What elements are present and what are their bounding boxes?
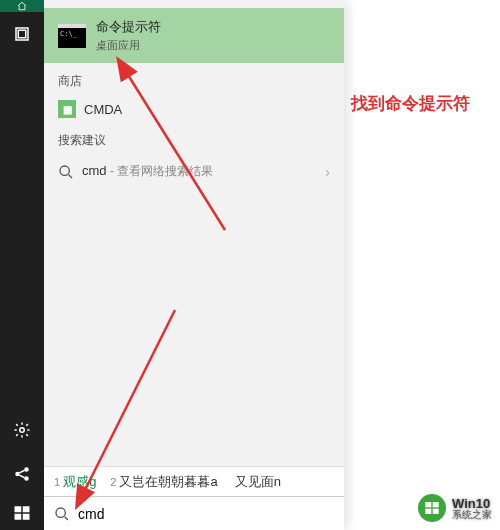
svg-point-5 xyxy=(24,476,29,481)
web-suggestion-text: cmd - 查看网络搜索结果 xyxy=(82,163,317,180)
svg-point-4 xyxy=(24,467,29,472)
store-result[interactable]: ▦ CMDA xyxy=(44,96,344,122)
svg-point-11 xyxy=(56,508,65,517)
best-match-subtitle: 桌面应用 xyxy=(96,38,161,53)
store-app-icon: ▦ xyxy=(58,100,76,118)
svg-rect-15 xyxy=(425,502,431,507)
search-input[interactable] xyxy=(78,506,334,522)
best-match-result[interactable]: C:\_ 命令提示符 桌面应用 xyxy=(44,8,344,63)
windows-start-icon xyxy=(13,504,31,522)
svg-point-10 xyxy=(60,166,69,175)
store-section-header: 商店 xyxy=(44,63,344,96)
ime-candidate-1[interactable]: 1观感g xyxy=(54,473,96,491)
taskbar-settings-button[interactable] xyxy=(0,408,44,452)
settings-icon xyxy=(13,421,31,439)
taskbar-share-button[interactable] xyxy=(0,452,44,496)
search-panel: C:\_ 命令提示符 桌面应用 商店 ▦ CMDA 搜索建议 cmd - 查看网… xyxy=(44,0,344,530)
ime-candidate-2[interactable]: 2又岂在朝朝暮暮a xyxy=(110,473,217,491)
svg-rect-9 xyxy=(23,514,30,520)
watermark-logo-icon xyxy=(418,494,446,522)
best-match-title: 命令提示符 xyxy=(96,18,161,36)
watermark-subtitle: 系统之家 xyxy=(452,510,492,520)
svg-rect-6 xyxy=(15,506,22,512)
ime-candidate-bar[interactable]: 1观感g 2又岂在朝朝暮暮a 又见面n xyxy=(44,466,344,496)
cmd-icon: C:\_ xyxy=(58,24,86,48)
svg-rect-1 xyxy=(18,30,26,38)
svg-rect-8 xyxy=(15,514,22,520)
library-icon xyxy=(13,25,31,43)
svg-rect-7 xyxy=(23,506,30,512)
svg-point-3 xyxy=(15,472,20,477)
svg-rect-16 xyxy=(433,502,439,507)
search-icon xyxy=(54,506,70,522)
chevron-right-icon: › xyxy=(325,164,330,180)
taskbar xyxy=(0,0,44,530)
taskbar-library-button[interactable] xyxy=(0,12,44,56)
share-icon xyxy=(13,465,31,483)
search-box[interactable] xyxy=(44,496,344,530)
watermark: Win10 系统之家 xyxy=(418,494,492,522)
web-suggestion[interactable]: cmd - 查看网络搜索结果 › xyxy=(44,155,344,188)
suggest-section-header: 搜索建议 xyxy=(44,122,344,155)
search-icon xyxy=(58,164,74,180)
home-icon xyxy=(13,1,31,11)
annotation-text: 找到命令提示符 xyxy=(351,92,470,115)
taskbar-home-button[interactable] xyxy=(0,0,44,12)
watermark-title: Win10 xyxy=(452,497,492,510)
svg-rect-18 xyxy=(433,509,439,514)
start-button[interactable] xyxy=(0,496,44,530)
ime-candidate-3[interactable]: 又见面n xyxy=(232,473,281,491)
svg-point-2 xyxy=(20,428,25,433)
svg-rect-17 xyxy=(425,509,431,514)
store-app-name: CMDA xyxy=(84,102,122,117)
